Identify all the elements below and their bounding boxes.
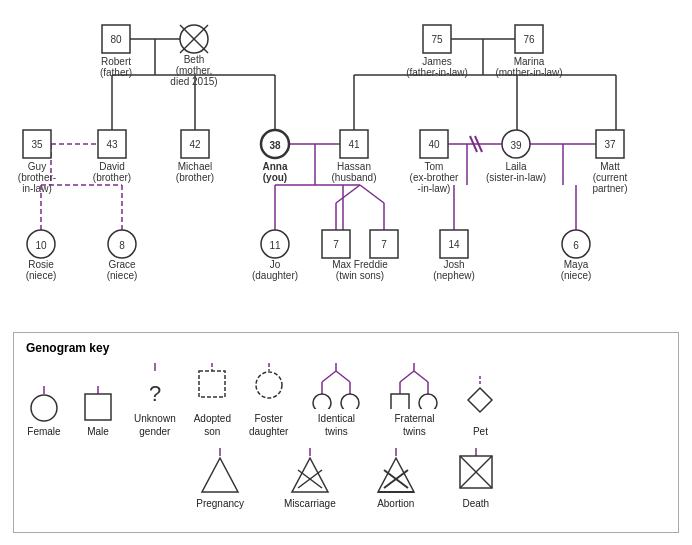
- svg-point-131: [341, 394, 359, 409]
- svg-text:Rosie: Rosie: [28, 259, 54, 270]
- svg-text:Max  Freddie: Max Freddie: [332, 259, 388, 270]
- svg-text:Anna: Anna: [263, 161, 288, 172]
- key-label-miscarriage: Miscarriage: [284, 497, 336, 510]
- genogram-svg: 80 Robert (father) Beth (mother, died 20…: [5, 10, 692, 320]
- svg-text:14: 14: [448, 239, 460, 250]
- abortion-symbol: [376, 448, 416, 494]
- svg-text:(mother-in-law): (mother-in-law): [495, 67, 562, 78]
- key-title: Genogram key: [26, 341, 666, 355]
- svg-text:Beth: Beth: [184, 54, 205, 65]
- svg-text:-in-law): -in-law): [418, 183, 451, 194]
- key-item-abortion: Abortion: [376, 448, 416, 510]
- svg-text:6: 6: [573, 240, 579, 251]
- svg-text:(niece): (niece): [26, 270, 57, 281]
- svg-text:Robert: Robert: [101, 56, 131, 67]
- key-row-1: Female Male ? Unknowngender: [26, 363, 666, 438]
- svg-text:37: 37: [604, 139, 616, 150]
- svg-line-24: [336, 185, 360, 203]
- key-item-identical-twins: Identicaltwins: [306, 363, 366, 438]
- svg-text:Maya: Maya: [564, 259, 589, 270]
- svg-text:(niece): (niece): [561, 270, 592, 281]
- svg-text:James: James: [422, 56, 451, 67]
- key-row-2: Pregnancy Miscarriage: [26, 448, 666, 510]
- genogram-container: 80 Robert (father) Beth (mother, died 20…: [0, 0, 692, 543]
- svg-text:(nephew): (nephew): [433, 270, 475, 281]
- miscarriage-symbol: [290, 448, 330, 494]
- key-item-miscarriage: Miscarriage: [284, 448, 336, 510]
- svg-text:11: 11: [269, 240, 281, 251]
- svg-text:40: 40: [428, 139, 440, 150]
- svg-line-127: [336, 371, 350, 382]
- key-item-unknown-gender: ? Unknowngender: [134, 363, 176, 438]
- svg-text:7: 7: [333, 239, 339, 250]
- svg-point-124: [256, 372, 282, 398]
- svg-text:7: 7: [381, 239, 387, 250]
- svg-text:?: ?: [149, 381, 161, 406]
- genogram-key: Genogram key Female Male: [13, 332, 679, 533]
- svg-text:(mother,: (mother,: [176, 65, 213, 76]
- svg-line-25: [360, 185, 384, 203]
- svg-rect-137: [391, 394, 409, 409]
- svg-marker-144: [292, 458, 328, 492]
- svg-text:80: 80: [110, 34, 122, 45]
- svg-text:Matt: Matt: [600, 161, 620, 172]
- svg-text:39: 39: [510, 140, 522, 151]
- death-symbol: [456, 448, 496, 494]
- svg-text:Tom: Tom: [425, 161, 444, 172]
- svg-text:Jo: Jo: [270, 259, 281, 270]
- svg-text:(father): (father): [100, 67, 132, 78]
- key-item-foster-daughter: Fosterdaughter: [249, 363, 288, 438]
- svg-text:(brother): (brother): [93, 172, 131, 183]
- svg-rect-122: [199, 371, 225, 397]
- svg-text:76: 76: [523, 34, 535, 45]
- svg-text:Michael: Michael: [178, 161, 212, 172]
- svg-rect-118: [85, 394, 111, 420]
- unknown-gender-symbol: ?: [137, 363, 173, 409]
- key-label-foster-daughter: Fosterdaughter: [249, 412, 288, 438]
- svg-text:died 2015): died 2015): [170, 76, 217, 87]
- male-symbol: [80, 386, 116, 422]
- svg-line-133: [400, 371, 414, 382]
- svg-text:Laila: Laila: [505, 161, 527, 172]
- svg-text:(twin sons): (twin sons): [336, 270, 384, 281]
- svg-text:Hassan: Hassan: [337, 161, 371, 172]
- svg-text:partner): partner): [592, 183, 627, 194]
- svg-text:38: 38: [269, 140, 281, 151]
- key-label-pregnancy: Pregnancy: [196, 497, 244, 510]
- key-label-abortion: Abortion: [377, 497, 414, 510]
- key-label-death: Death: [462, 497, 489, 510]
- svg-text:Marina: Marina: [514, 56, 545, 67]
- key-label-male: Male: [87, 425, 109, 438]
- pregnancy-symbol: [200, 448, 240, 494]
- svg-text:(husband): (husband): [331, 172, 376, 183]
- key-item-pet: Pet: [462, 376, 498, 438]
- svg-text:(sister-in-law): (sister-in-law): [486, 172, 546, 183]
- pet-symbol: [462, 376, 498, 422]
- svg-point-116: [31, 395, 57, 421]
- svg-text:8: 8: [119, 240, 125, 251]
- svg-line-134: [414, 371, 428, 382]
- svg-text:(brother-: (brother-: [18, 172, 56, 183]
- svg-marker-148: [378, 458, 414, 492]
- key-label-pet: Pet: [473, 425, 488, 438]
- svg-marker-142: [202, 458, 238, 492]
- key-label-adopted-son: Adoptedson: [194, 412, 231, 438]
- svg-point-130: [313, 394, 331, 409]
- female-symbol: [26, 386, 62, 422]
- svg-text:75: 75: [431, 34, 443, 45]
- key-item-pregnancy: Pregnancy: [196, 448, 244, 510]
- svg-marker-140: [468, 388, 492, 412]
- svg-text:in-law): in-law): [22, 183, 51, 194]
- svg-point-138: [419, 394, 437, 409]
- svg-text:Josh: Josh: [443, 259, 464, 270]
- adopted-son-symbol: [194, 363, 230, 409]
- svg-text:(brother): (brother): [176, 172, 214, 183]
- svg-text:42: 42: [189, 139, 201, 150]
- key-label-unknown-gender: Unknowngender: [134, 412, 176, 438]
- key-item-death: Death: [456, 448, 496, 510]
- svg-text:(ex-brother: (ex-brother: [410, 172, 460, 183]
- svg-text:(you): (you): [263, 172, 287, 183]
- key-item-male: Male: [80, 386, 116, 438]
- svg-text:David: David: [99, 161, 125, 172]
- svg-text:(father-in-law): (father-in-law): [406, 67, 468, 78]
